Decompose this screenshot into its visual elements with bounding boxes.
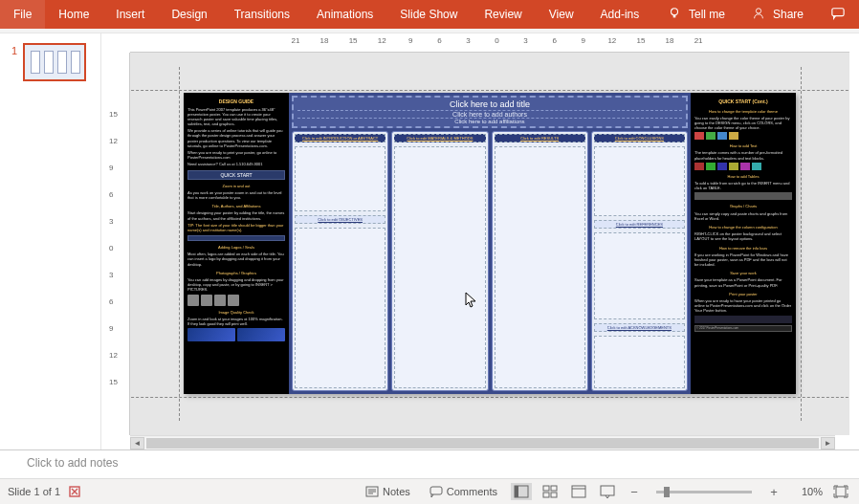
poster-column-2[interactable]: Click to edit MATERIALS & METHODS (391, 131, 488, 391)
content-placeholder[interactable] (594, 232, 685, 319)
content-placeholder[interactable] (394, 146, 485, 388)
zoom-in-button[interactable]: + (765, 485, 782, 499)
guide-text: RIGHT-CLICK on the poster background and… (694, 231, 792, 241)
scroll-thumb[interactable] (146, 438, 819, 449)
sample-table (694, 192, 792, 200)
column-header[interactable]: Click to edit RESULTS (495, 134, 585, 142)
ribbon: File Home Insert Design Transitions Anim… (0, 0, 859, 29)
poster-column-3[interactable]: Click to edit RESULTS (492, 131, 588, 391)
tab-insert[interactable]: Insert (102, 0, 158, 29)
normal-view-button[interactable] (511, 483, 532, 500)
tab-transitions[interactable]: Transitions (221, 0, 303, 29)
guide-line[interactable] (130, 90, 849, 91)
zoom-percent[interactable]: 10% (790, 486, 823, 497)
tab-animations[interactable]: Animations (303, 0, 386, 29)
content-placeholder[interactable] (295, 146, 385, 211)
column-header[interactable]: Click to edit CONCLUSIONS (594, 134, 685, 142)
notes-pane[interactable]: Click to add notes (0, 449, 859, 478)
slide-counter[interactable]: Slide 1 of 1 (8, 486, 60, 497)
horizontal-scrollbar[interactable]: ◄ ► (130, 435, 835, 449)
guide-text: To add a table from scratch go to the IN… (694, 181, 792, 190)
column-subheader[interactable]: Click to edit REFERENCES (594, 220, 685, 229)
tab-view[interactable]: View (536, 0, 587, 29)
tab-review[interactable]: Review (471, 0, 535, 29)
notes-icon (365, 486, 379, 497)
ruler-tick: 6 (109, 297, 113, 306)
quickstart-bar: QUICK START (187, 170, 285, 180)
ruler-tick: 12 (607, 36, 616, 45)
ruler-tick: 15 (109, 378, 118, 386)
tab-addins[interactable]: Add-ins (587, 0, 653, 29)
design-guide-heading: DESIGN GUIDE (187, 99, 285, 105)
reading-view-button[interactable] (568, 483, 589, 500)
tab-home[interactable]: Home (45, 0, 102, 29)
tell-me[interactable]: Tell me (654, 0, 738, 29)
guide-text: When you are ready to print your poster,… (187, 150, 285, 160)
notes-label: Notes (383, 486, 410, 497)
slide-edit-area: 21 18 15 12 9 6 3 0 3 6 9 12 15 18 21 15… (101, 33, 859, 449)
poster-title-placeholder[interactable]: Click here to add title Click here to ad… (292, 96, 688, 128)
poster-right-guide[interactable]: QUICK START (Cont.) How to change the te… (691, 93, 796, 394)
poster-slide[interactable]: DESIGN GUIDE This PowerPoint 2007 templa… (184, 93, 796, 394)
guide-subhead: Title, Authors, and Affiliations (187, 204, 285, 208)
content-placeholder[interactable] (495, 146, 585, 388)
guide-subhead: Zoom in and out (187, 184, 285, 188)
poster-column-1[interactable]: Click to edit INTRODUCTION or ABSTRACT C… (292, 131, 388, 391)
poster-left-guide[interactable]: DESIGN GUIDE This PowerPoint 2007 templa… (184, 93, 289, 394)
sample-maps (187, 328, 285, 341)
tab-design[interactable]: Design (158, 0, 220, 29)
ruler-tick: 9 (408, 36, 412, 45)
spellcheck-icon[interactable] (68, 485, 83, 498)
zoom-out-button[interactable]: − (626, 485, 643, 499)
guide-line[interactable] (801, 67, 802, 421)
share-button[interactable]: Share (738, 0, 817, 29)
guide-subhead: Graphs / Charts (694, 204, 792, 208)
column-subheader[interactable]: Click to edit ACKNOWLEDGEMENTS (594, 323, 685, 332)
guide-text: You can easily change the color theme of… (694, 116, 792, 131)
slide-canvas[interactable]: DESIGN GUIDE This PowerPoint 2007 templa… (130, 53, 849, 435)
ruler-tick: 3 (109, 217, 113, 226)
ruler-tick: 15 (349, 36, 358, 45)
ribbon-comments-button[interactable] (817, 0, 859, 29)
guide-line[interactable] (130, 397, 849, 398)
guide-line[interactable] (179, 67, 180, 421)
column-subheader[interactable]: Click to edit OBJECTIVES (295, 215, 385, 224)
poster-column-4[interactable]: Click to edit CONCLUSIONS Click to edit … (591, 131, 688, 391)
ruler-tick: 0 (109, 244, 113, 252)
comments-toggle-button[interactable]: Comments (424, 484, 503, 499)
slide-thumbnail-1[interactable] (23, 43, 86, 81)
tell-me-label: Tell me (689, 8, 725, 21)
content-placeholder[interactable] (594, 146, 685, 216)
ruler-tick: 3 (523, 36, 527, 45)
status-bar: Slide 1 of 1 Notes Comments − + 10% (0, 478, 859, 504)
content-placeholder[interactable] (295, 228, 385, 388)
scroll-track[interactable] (144, 437, 821, 449)
tab-slideshow[interactable]: Slide Show (386, 0, 471, 29)
vertical-ruler[interactable]: 15 12 9 6 3 0 3 6 9 12 15 (101, 53, 130, 435)
slideshow-view-button[interactable] (597, 483, 618, 500)
tab-file[interactable]: File (0, 0, 45, 29)
svg-rect-14 (543, 493, 549, 497)
comment-icon (830, 7, 846, 22)
poster-body[interactable]: Click here to add title Click here to ad… (289, 93, 691, 394)
ruler-tick: 12 (109, 351, 118, 360)
guide-text: This PowerPoint 2007 template produces a… (187, 107, 285, 127)
zoom-slider[interactable] (656, 491, 752, 493)
slide-thumbnail-pane[interactable]: 1 (0, 33, 101, 449)
scroll-left-button[interactable]: ◄ (130, 437, 144, 449)
palette-swatches (694, 163, 792, 170)
horizontal-ruler[interactable]: 21 18 15 12 9 6 3 0 3 6 9 12 15 18 21 (130, 33, 849, 53)
slide-sorter-view-button[interactable] (540, 483, 561, 500)
scroll-right-button[interactable]: ► (821, 437, 835, 449)
fit-to-window-button[interactable] (830, 483, 851, 500)
column-header[interactable]: Click to edit INTRODUCTION or ABSTRACT (295, 134, 385, 142)
guide-subhead: How to add Text (694, 143, 792, 148)
content-placeholder[interactable] (594, 336, 685, 388)
guide-text: When you are ready to have your poster p… (694, 298, 792, 314)
notes-toggle-button[interactable]: Notes (360, 484, 416, 499)
theme-swatches (694, 132, 792, 140)
svg-point-2 (756, 9, 760, 13)
zoom-slider-knob[interactable] (664, 487, 670, 497)
column-header[interactable]: Click to edit MATERIALS & METHODS (394, 134, 485, 142)
workspace: 1 21 18 15 12 9 6 3 0 3 6 9 12 15 18 21 … (0, 33, 859, 449)
